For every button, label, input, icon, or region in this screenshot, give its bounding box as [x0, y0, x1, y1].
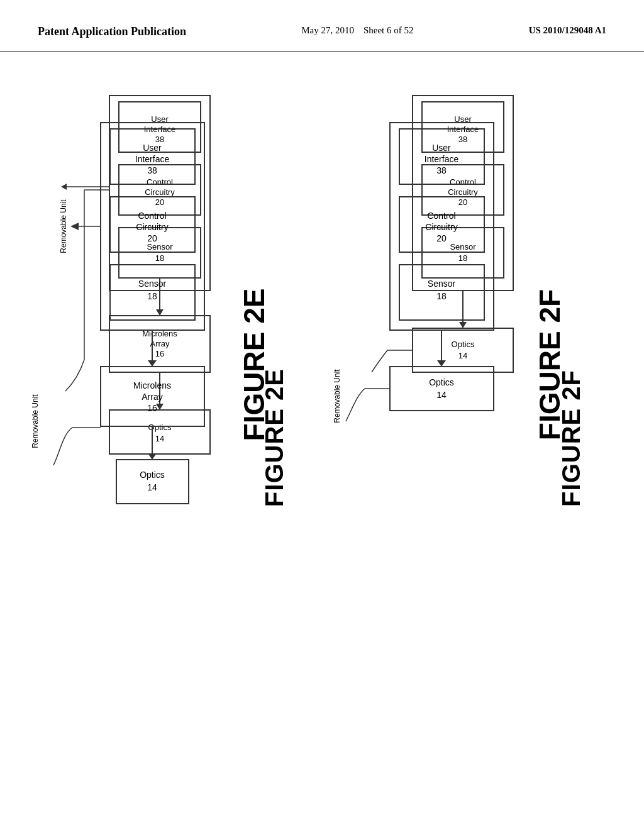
svg-text:Microlens: Microlens [142, 329, 177, 338]
page-header: Patent Application Publication May 27, 2… [0, 0, 644, 52]
svg-text:38: 38 [155, 135, 164, 144]
svg-marker-13 [156, 309, 164, 316]
svg-text:20: 20 [458, 197, 467, 207]
svg-text:14: 14 [155, 434, 164, 443]
svg-marker-42 [459, 322, 467, 328]
svg-text:Circuitry: Circuitry [448, 187, 478, 197]
svg-text:Optics: Optics [451, 340, 474, 349]
svg-text:Sensor: Sensor [450, 242, 476, 252]
svg-marker-19 [156, 404, 164, 410]
svg-text:Control: Control [147, 177, 173, 187]
svg-text:38: 38 [458, 135, 467, 144]
figure-2f-label: FIGURE 2F [557, 370, 586, 507]
svg-text:Circuitry: Circuitry [145, 187, 175, 197]
svg-marker-26 [61, 184, 67, 190]
svg-text:Interface: Interface [143, 124, 175, 134]
svg-text:Interface: Interface [447, 124, 479, 134]
svg-text:Sensor: Sensor [147, 242, 173, 252]
figure-2f: User Interface 38 Control Circuitry 20 S… [369, 89, 586, 545]
figure-2e-label: FIGURE 2E [260, 368, 289, 507]
diagram-2e-svg: User Interface 38 Control Circuitry 20 S… [59, 89, 248, 545]
svg-rect-38 [422, 228, 504, 278]
svg-rect-9 [119, 228, 201, 278]
svg-rect-43 [413, 328, 513, 372]
svg-text:Control: Control [450, 177, 476, 187]
svg-text:14: 14 [458, 351, 467, 360]
header-left: Patent Application Publication [38, 25, 186, 38]
svg-text:User: User [454, 114, 472, 124]
svg-text:Array: Array [150, 339, 170, 348]
header-right: US 2010/129048 A1 [529, 25, 606, 36]
svg-text:18: 18 [458, 253, 467, 263]
svg-rect-20 [109, 410, 210, 454]
header-center: May 27, 2010 Sheet 6 of 52 [301, 25, 413, 36]
svg-text:16: 16 [155, 349, 164, 358]
svg-text:Optics: Optics [148, 423, 171, 432]
diagram-2f-svg: User Interface 38 Control Circuitry 20 S… [369, 89, 545, 545]
figure-2e: User Interface 38 Control Circuitry 20 S… [59, 89, 289, 545]
svg-text:18: 18 [155, 253, 164, 263]
svg-text:20: 20 [155, 197, 164, 207]
svg-text:User: User [151, 114, 169, 124]
